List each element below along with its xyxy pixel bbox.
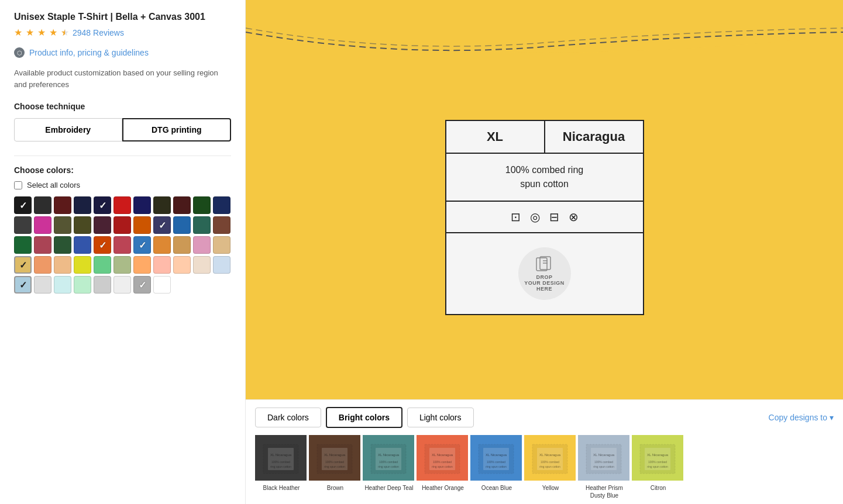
color-swatch-27[interactable] (113, 236, 131, 254)
color-swatch-3[interactable] (74, 196, 91, 214)
color-swatch-44[interactable] (14, 276, 32, 294)
color-swatch-42[interactable] (193, 256, 211, 274)
svg-text:ring spun cotton: ring spun cotton (486, 465, 507, 468)
svg-text:100% combed: 100% combed (433, 460, 452, 464)
svg-text:XL Nicaragua: XL Nicaragua (647, 453, 669, 457)
color-swatch-46[interactable] (54, 276, 71, 294)
bright-colors-tab[interactable]: Bright colors (326, 407, 402, 428)
color-swatch-47[interactable] (74, 276, 91, 294)
preview-thumb-0[interactable]: XL Nicaragua 100% combed ring spun cotto… (255, 435, 308, 499)
drop-zone[interactable]: DROPYOUR DESIGNHERE (446, 233, 643, 314)
color-swatch-17[interactable] (133, 216, 151, 234)
color-swatch-32[interactable] (213, 236, 230, 254)
svg-text:XL Nicaragua: XL Nicaragua (539, 453, 561, 457)
care-icons: ⊡ ◎ ⊟ ⊗ (446, 202, 643, 233)
color-swatch-34[interactable] (34, 256, 51, 274)
color-swatch-12[interactable] (34, 216, 51, 234)
preview-thumb-4[interactable]: XL Nicaragua 100% combed ring spun cotto… (470, 435, 523, 499)
preview-thumb-6[interactable]: XL Nicaragua 100% combed ring spun cotto… (578, 435, 631, 499)
color-swatch-33[interactable] (14, 256, 32, 274)
design-icon (535, 256, 554, 272)
dtg-button[interactable]: DTG printing (122, 118, 232, 141)
color-swatch-39[interactable] (133, 256, 151, 274)
color-swatch-14[interactable] (74, 216, 91, 234)
select-all-label[interactable]: Select all colors (27, 181, 80, 189)
color-grid (14, 196, 231, 294)
product-info-link[interactable]: Product info, pricing & guidelines (29, 48, 149, 57)
color-swatch-25[interactable] (74, 236, 91, 254)
color-swatch-37[interactable] (94, 256, 111, 274)
color-swatch-16[interactable] (113, 216, 131, 234)
light-colors-tab[interactable]: Light colors (407, 408, 474, 427)
color-swatch-11[interactable] (14, 216, 32, 234)
color-swatch-22[interactable] (14, 236, 32, 254)
color-swatch-26[interactable] (94, 236, 111, 254)
color-swatch-50[interactable] (133, 276, 151, 294)
preview-thumb-5[interactable]: XL Nicaragua 100% combed ring spun cotto… (524, 435, 577, 499)
color-tabs: Dark colors Bright colors Light colors C… (255, 407, 834, 428)
svg-text:100% combed: 100% combed (487, 460, 505, 464)
preview-thumb-7[interactable]: XL Nicaragua 100% combed ring spun cotto… (632, 435, 684, 499)
copy-designs-button[interactable]: Copy designs to ▾ (769, 413, 834, 422)
color-swatch-5[interactable] (113, 196, 131, 214)
color-swatch-2[interactable] (54, 196, 71, 214)
svg-text:XL Nicaragua: XL Nicaragua (593, 453, 615, 457)
color-swatch-7[interactable] (153, 196, 171, 214)
color-swatch-1[interactable] (34, 196, 51, 214)
color-swatch-15[interactable] (94, 216, 111, 234)
color-swatch-19[interactable] (173, 216, 191, 234)
color-swatch-24[interactable] (54, 236, 71, 254)
color-swatch-41[interactable] (173, 256, 191, 274)
embroidery-button[interactable]: Embroidery (14, 118, 122, 141)
color-swatch-36[interactable] (74, 256, 91, 274)
color-swatch-4[interactable] (94, 196, 111, 214)
color-swatch-48[interactable] (94, 276, 111, 294)
color-swatch-43[interactable] (213, 256, 230, 274)
svg-text:XL Nicaragua: XL Nicaragua (486, 453, 507, 457)
rating-row: ★ ★ ★ ★ ★★ 2948 Reviews (14, 27, 231, 38)
svg-text:ring spun cotton: ring spun cotton (432, 465, 453, 468)
svg-text:ring spun cotton: ring spun cotton (270, 465, 291, 468)
thumb-label-3: Heather Orange (422, 484, 464, 492)
color-swatch-49[interactable] (113, 276, 131, 294)
color-swatch-45[interactable] (34, 276, 51, 294)
star-5-half: ★★ (61, 27, 69, 38)
svg-text:XL Nicaragua: XL Nicaragua (378, 453, 400, 457)
color-swatch-18[interactable] (153, 216, 171, 234)
color-swatch-51[interactable] (153, 276, 171, 294)
right-panel: XL Nicaragua 100% combed ringspun cotton… (246, 0, 843, 504)
svg-text:ring spun cotton: ring spun cotton (593, 465, 614, 468)
drop-circle: DROPYOUR DESIGNHERE (518, 247, 571, 300)
reviews-link[interactable]: 2948 Reviews (73, 28, 124, 37)
color-swatch-38[interactable] (113, 256, 131, 274)
color-swatch-28[interactable] (133, 236, 151, 254)
dark-colors-tab[interactable]: Dark colors (255, 408, 321, 427)
color-swatch-9[interactable] (193, 196, 211, 214)
star-4: ★ (49, 27, 57, 38)
color-swatch-10[interactable] (213, 196, 230, 214)
color-swatch-40[interactable] (153, 256, 171, 274)
select-all-checkbox[interactable] (14, 181, 22, 189)
svg-text:100% combed: 100% combed (379, 460, 398, 464)
color-swatch-31[interactable] (193, 236, 211, 254)
color-swatch-29[interactable] (153, 236, 171, 254)
svg-text:XL Nicaragua: XL Nicaragua (432, 453, 453, 457)
bleach-icon: ◎ (530, 210, 540, 224)
color-swatch-13[interactable] (54, 216, 71, 234)
color-swatch-0[interactable] (14, 196, 32, 214)
thumb-label-0: Black Heather (263, 484, 300, 492)
color-swatch-6[interactable] (133, 196, 151, 214)
color-swatch-35[interactable] (54, 256, 71, 274)
thumb-label-1: Brown (327, 484, 343, 492)
preview-thumb-1[interactable]: XL Nicaragua 100% combed ring spun cotto… (309, 435, 362, 499)
svg-text:ring spun cotton: ring spun cotton (647, 465, 668, 468)
preview-thumb-3[interactable]: XL Nicaragua 100% combed ring spun cotto… (417, 435, 469, 499)
color-swatch-21[interactable] (213, 216, 230, 234)
color-swatch-30[interactable] (173, 236, 191, 254)
color-swatch-8[interactable] (173, 196, 191, 214)
thumb-label-6: Heather Prism Dusty Blue (578, 484, 631, 499)
color-swatch-20[interactable] (193, 216, 211, 234)
svg-text:100% combed: 100% combed (271, 460, 290, 464)
preview-thumb-2[interactable]: XL Nicaragua 100% combed ring spun cotto… (363, 435, 415, 499)
color-swatch-23[interactable] (34, 236, 51, 254)
